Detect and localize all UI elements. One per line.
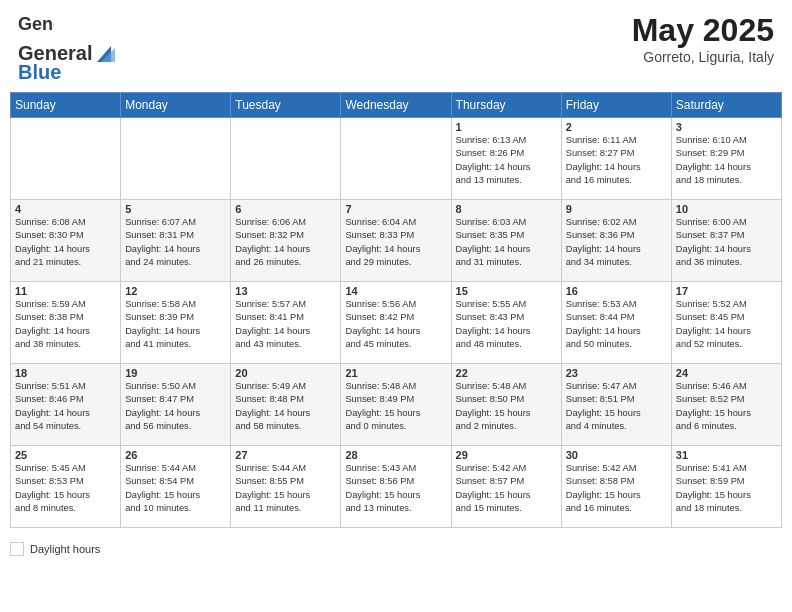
day-info: Sunrise: 6:06 AM Sunset: 8:32 PM Dayligh… [235,216,336,270]
calendar-cell: 10Sunrise: 6:00 AM Sunset: 8:37 PM Dayli… [671,200,781,282]
weekday-header-tuesday: Tuesday [231,93,341,118]
calendar-week-row: 11Sunrise: 5:59 AM Sunset: 8:38 PM Dayli… [11,282,782,364]
logo-blue-text: Blue [18,61,116,84]
day-info: Sunrise: 5:47 AM Sunset: 8:51 PM Dayligh… [566,380,667,434]
day-number: 2 [566,121,667,133]
day-number: 5 [125,203,226,215]
day-number: 19 [125,367,226,379]
day-number: 22 [456,367,557,379]
calendar-table: SundayMondayTuesdayWednesdayThursdayFrid… [10,92,782,528]
calendar-cell: 19Sunrise: 5:50 AM Sunset: 8:47 PM Dayli… [121,364,231,446]
day-number: 20 [235,367,336,379]
location: Gorreto, Liguria, Italy [632,49,774,65]
day-info: Sunrise: 6:03 AM Sunset: 8:35 PM Dayligh… [456,216,557,270]
calendar-cell: 22Sunrise: 5:48 AM Sunset: 8:50 PM Dayli… [451,364,561,446]
day-info: Sunrise: 5:49 AM Sunset: 8:48 PM Dayligh… [235,380,336,434]
day-info: Sunrise: 5:48 AM Sunset: 8:49 PM Dayligh… [345,380,446,434]
calendar-cell: 23Sunrise: 5:47 AM Sunset: 8:51 PM Dayli… [561,364,671,446]
calendar-cell: 17Sunrise: 5:52 AM Sunset: 8:45 PM Dayli… [671,282,781,364]
day-number: 4 [15,203,116,215]
calendar-cell: 27Sunrise: 5:44 AM Sunset: 8:55 PM Dayli… [231,446,341,528]
day-info: Sunrise: 5:59 AM Sunset: 8:38 PM Dayligh… [15,298,116,352]
day-info: Sunrise: 5:43 AM Sunset: 8:56 PM Dayligh… [345,462,446,516]
calendar-cell: 28Sunrise: 5:43 AM Sunset: 8:56 PM Dayli… [341,446,451,528]
calendar-cell: 13Sunrise: 5:57 AM Sunset: 8:41 PM Dayli… [231,282,341,364]
weekday-header-thursday: Thursday [451,93,561,118]
calendar-cell: 29Sunrise: 5:42 AM Sunset: 8:57 PM Dayli… [451,446,561,528]
day-number: 12 [125,285,226,297]
calendar-cell: 26Sunrise: 5:44 AM Sunset: 8:54 PM Dayli… [121,446,231,528]
day-info: Sunrise: 6:13 AM Sunset: 8:26 PM Dayligh… [456,134,557,188]
day-info: Sunrise: 5:52 AM Sunset: 8:45 PM Dayligh… [676,298,777,352]
day-number: 17 [676,285,777,297]
day-info: Sunrise: 6:11 AM Sunset: 8:27 PM Dayligh… [566,134,667,188]
calendar-cell: 11Sunrise: 5:59 AM Sunset: 8:38 PM Dayli… [11,282,121,364]
day-number: 8 [456,203,557,215]
calendar-week-row: 18Sunrise: 5:51 AM Sunset: 8:46 PM Dayli… [11,364,782,446]
day-info: Sunrise: 6:08 AM Sunset: 8:30 PM Dayligh… [15,216,116,270]
svg-text:General: General [18,14,54,34]
day-number: 7 [345,203,446,215]
calendar-cell: 3Sunrise: 6:10 AM Sunset: 8:29 PM Daylig… [671,118,781,200]
calendar-cell: 14Sunrise: 5:56 AM Sunset: 8:42 PM Dayli… [341,282,451,364]
calendar-cell: 18Sunrise: 5:51 AM Sunset: 8:46 PM Dayli… [11,364,121,446]
calendar-cell: 6Sunrise: 6:06 AM Sunset: 8:32 PM Daylig… [231,200,341,282]
day-info: Sunrise: 5:58 AM Sunset: 8:39 PM Dayligh… [125,298,226,352]
calendar-cell: 8Sunrise: 6:03 AM Sunset: 8:35 PM Daylig… [451,200,561,282]
day-info: Sunrise: 5:53 AM Sunset: 8:44 PM Dayligh… [566,298,667,352]
day-info: Sunrise: 6:00 AM Sunset: 8:37 PM Dayligh… [676,216,777,270]
calendar-cell: 30Sunrise: 5:42 AM Sunset: 8:58 PM Dayli… [561,446,671,528]
day-number: 30 [566,449,667,461]
calendar-week-row: 4Sunrise: 6:08 AM Sunset: 8:30 PM Daylig… [11,200,782,282]
calendar-cell: 9Sunrise: 6:02 AM Sunset: 8:36 PM Daylig… [561,200,671,282]
weekday-header-saturday: Saturday [671,93,781,118]
title-block: May 2025 Gorreto, Liguria, Italy [632,12,774,65]
header: General General Blue May 2025 Gorreto, L… [0,0,792,92]
calendar-cell [231,118,341,200]
day-number: 10 [676,203,777,215]
day-number: 3 [676,121,777,133]
calendar-week-row: 1Sunrise: 6:13 AM Sunset: 8:26 PM Daylig… [11,118,782,200]
weekday-header-sunday: Sunday [11,93,121,118]
calendar-cell: 24Sunrise: 5:46 AM Sunset: 8:52 PM Dayli… [671,364,781,446]
day-number: 21 [345,367,446,379]
day-info: Sunrise: 5:41 AM Sunset: 8:59 PM Dayligh… [676,462,777,516]
calendar-cell: 25Sunrise: 5:45 AM Sunset: 8:53 PM Dayli… [11,446,121,528]
day-info: Sunrise: 5:56 AM Sunset: 8:42 PM Dayligh… [345,298,446,352]
day-number: 11 [15,285,116,297]
day-number: 14 [345,285,446,297]
day-info: Sunrise: 6:04 AM Sunset: 8:33 PM Dayligh… [345,216,446,270]
weekday-header-wednesday: Wednesday [341,93,451,118]
day-number: 13 [235,285,336,297]
calendar-cell [341,118,451,200]
calendar-cell: 12Sunrise: 5:58 AM Sunset: 8:39 PM Dayli… [121,282,231,364]
calendar-cell: 1Sunrise: 6:13 AM Sunset: 8:26 PM Daylig… [451,118,561,200]
weekday-header-monday: Monday [121,93,231,118]
day-number: 23 [566,367,667,379]
calendar-cell: 16Sunrise: 5:53 AM Sunset: 8:44 PM Dayli… [561,282,671,364]
day-number: 6 [235,203,336,215]
day-info: Sunrise: 5:50 AM Sunset: 8:47 PM Dayligh… [125,380,226,434]
weekday-header-friday: Friday [561,93,671,118]
day-number: 15 [456,285,557,297]
legend: Daylight hours [0,538,792,560]
day-info: Sunrise: 5:57 AM Sunset: 8:41 PM Dayligh… [235,298,336,352]
day-info: Sunrise: 5:42 AM Sunset: 8:58 PM Dayligh… [566,462,667,516]
day-info: Sunrise: 5:44 AM Sunset: 8:55 PM Dayligh… [235,462,336,516]
day-info: Sunrise: 5:42 AM Sunset: 8:57 PM Dayligh… [456,462,557,516]
day-number: 9 [566,203,667,215]
day-info: Sunrise: 5:45 AM Sunset: 8:53 PM Dayligh… [15,462,116,516]
day-number: 1 [456,121,557,133]
day-number: 27 [235,449,336,461]
day-info: Sunrise: 6:02 AM Sunset: 8:36 PM Dayligh… [566,216,667,270]
day-number: 18 [15,367,116,379]
calendar-cell: 21Sunrise: 5:48 AM Sunset: 8:49 PM Dayli… [341,364,451,446]
day-number: 26 [125,449,226,461]
calendar-cell: 2Sunrise: 6:11 AM Sunset: 8:27 PM Daylig… [561,118,671,200]
legend-box [10,542,24,556]
legend-label: Daylight hours [30,543,100,555]
day-number: 28 [345,449,446,461]
calendar-cell: 15Sunrise: 5:55 AM Sunset: 8:43 PM Dayli… [451,282,561,364]
day-number: 29 [456,449,557,461]
page-container: General General Blue May 2025 Gorreto, L… [0,0,792,560]
